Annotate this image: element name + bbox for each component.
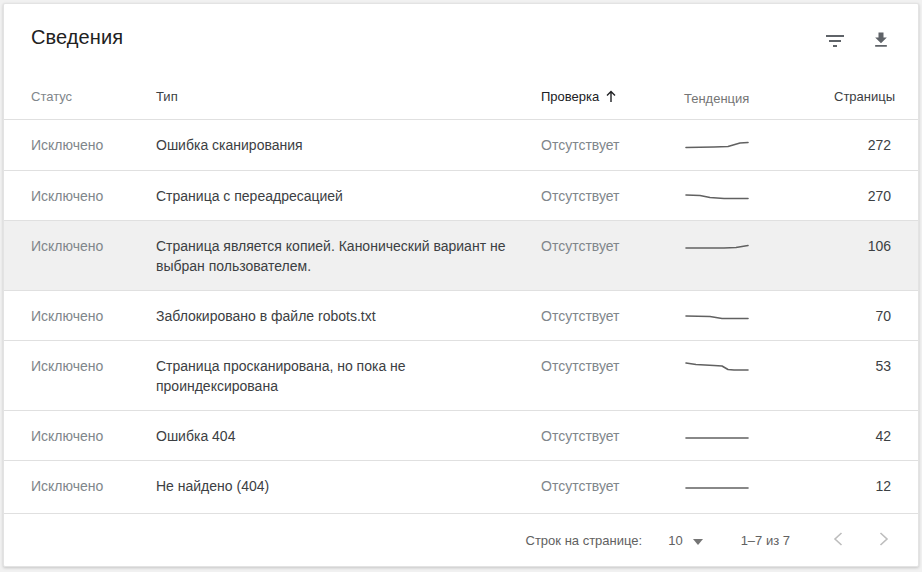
- filter-button[interactable]: [822, 28, 848, 54]
- table-row[interactable]: ИсключеноОшибка 404Отсутствует42: [4, 410, 918, 460]
- cell-validation: Отсутствует: [541, 476, 684, 496]
- cell-type: Страница является копией. Канонический в…: [156, 236, 541, 276]
- column-header-trend[interactable]: Тенденция: [684, 88, 834, 106]
- trend-sparkline: [684, 359, 750, 373]
- cell-status: Исключено: [31, 135, 156, 155]
- cell-pages: 270: [834, 186, 891, 206]
- cell-pages: 53: [834, 356, 891, 376]
- cell-validation: Отсутствует: [541, 135, 684, 155]
- cell-status: Исключено: [31, 306, 156, 326]
- next-page-button[interactable]: [872, 528, 896, 552]
- table-header: Статус Тип Проверка Тенденция Страницы: [4, 74, 918, 120]
- cell-pages: 12: [834, 476, 891, 496]
- cell-pages: 106: [834, 236, 891, 256]
- table-row[interactable]: ИсключеноЗаблокировано в файле robots.tx…: [4, 290, 918, 340]
- cell-validation: Отсутствует: [541, 236, 684, 256]
- column-header-type[interactable]: Тип: [156, 89, 541, 104]
- trend-sparkline: [684, 239, 750, 253]
- cell-trend: [684, 356, 834, 373]
- table-row[interactable]: ИсключеноСтраница с переадресациейОтсутс…: [4, 170, 918, 220]
- download-button[interactable]: [868, 28, 894, 54]
- cell-type: Ошибка 404: [156, 426, 541, 446]
- column-header-status[interactable]: Статус: [31, 89, 156, 104]
- table-row[interactable]: ИсключеноСтраница является копией. Канон…: [4, 220, 918, 290]
- table-row[interactable]: ИсключеноОшибка сканированияОтсутствует2…: [4, 120, 918, 170]
- details-card: Сведения Статус: [3, 3, 919, 567]
- cell-type: Заблокировано в файле robots.txt: [156, 306, 541, 326]
- cell-status: Исключено: [31, 476, 156, 496]
- chevron-right-icon: [879, 532, 889, 549]
- cell-pages: 272: [834, 135, 891, 155]
- trend-sparkline: [684, 429, 750, 443]
- cell-validation: Отсутствует: [541, 426, 684, 446]
- cell-status: Исключено: [31, 356, 156, 376]
- page-title: Сведения: [31, 26, 123, 49]
- rows-per-page-value: 10: [668, 533, 682, 548]
- rows-per-page-label: Строк на странице:: [526, 533, 643, 548]
- cell-trend: [684, 476, 834, 493]
- cell-type: Страница просканирована, но пока не прои…: [156, 356, 541, 396]
- cell-type: Страница с переадресацией: [156, 186, 541, 206]
- cell-trend: [684, 236, 834, 253]
- previous-page-button[interactable]: [826, 528, 850, 552]
- table-row[interactable]: ИсключеноНе найдено (404)Отсутствует12: [4, 460, 918, 510]
- rows-per-page-select[interactable]: 10: [668, 533, 702, 548]
- dropdown-arrow-icon: [693, 533, 703, 548]
- filter-icon: [825, 32, 845, 51]
- column-header-pages[interactable]: Страницы: [834, 89, 895, 104]
- cell-validation: Отсутствует: [541, 186, 684, 206]
- cell-status: Исключено: [31, 186, 156, 206]
- header-actions: [822, 26, 894, 54]
- cell-status: Исключено: [31, 426, 156, 446]
- trend-sparkline: [684, 479, 750, 493]
- trend-sparkline: [684, 138, 750, 152]
- cell-type: Не найдено (404): [156, 476, 541, 496]
- trend-sparkline: [684, 309, 750, 323]
- cell-trend: [684, 186, 834, 203]
- cell-pages: 42: [834, 426, 891, 446]
- column-header-validation[interactable]: Проверка: [541, 89, 684, 104]
- cell-trend: [684, 426, 834, 443]
- cell-status: Исключено: [31, 236, 156, 256]
- trend-sparkline: [684, 189, 750, 203]
- cell-validation: Отсутствует: [541, 356, 684, 376]
- download-icon: [871, 30, 891, 53]
- cell-validation: Отсутствует: [541, 306, 684, 326]
- cell-trend: [684, 306, 834, 323]
- table-body: ИсключеноОшибка сканированияОтсутствует2…: [4, 120, 918, 513]
- cell-trend: [684, 135, 834, 152]
- sort-ascending-icon: [605, 90, 617, 103]
- column-header-validation-label: Проверка: [541, 89, 599, 104]
- card-header: Сведения: [4, 4, 918, 74]
- cell-pages: 70: [834, 306, 891, 326]
- table-footer: Строк на странице: 10 1–7 из 7: [4, 513, 918, 566]
- table-row[interactable]: ИсключеноСтраница просканирована, но пок…: [4, 340, 918, 410]
- chevron-left-icon: [833, 532, 843, 549]
- pagination-range: 1–7 из 7: [741, 533, 790, 548]
- cell-type: Ошибка сканирования: [156, 135, 541, 155]
